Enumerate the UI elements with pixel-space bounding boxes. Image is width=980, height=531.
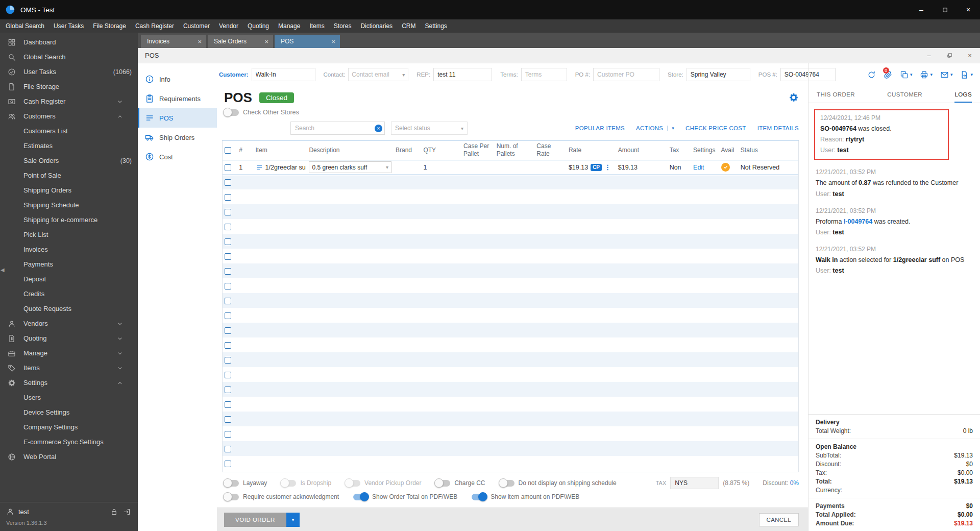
tab-close-icon[interactable]: × <box>264 38 268 45</box>
charge-cc-toggle[interactable] <box>435 480 450 487</box>
discount[interactable]: Discount: 0% <box>763 479 799 487</box>
menu-user-tasks[interactable]: User Tasks <box>49 22 88 30</box>
sidebar-item-web-portal[interactable]: Web Portal <box>0 449 138 464</box>
pos-nav-ship-orders[interactable]: Ship Orders <box>138 128 217 147</box>
column-header-tax[interactable]: Tax <box>668 140 691 160</box>
row-checkbox[interactable] <box>225 357 231 364</box>
action-paperclip[interactable]: 0 <box>884 70 892 79</box>
sidebar-item-deposit[interactable]: Deposit <box>0 272 138 286</box>
column-header-case-per-pallet[interactable]: Case Per Pallet <box>461 140 495 160</box>
sidebar-item-items[interactable]: Items <box>0 360 138 375</box>
sidebar-item-cash-register[interactable]: Cash Register <box>0 94 138 109</box>
menu-crm[interactable]: CRM <box>397 22 420 30</box>
row-checkbox[interactable] <box>225 179 231 186</box>
sidebar-item-customers[interactable]: Customers <box>0 109 138 124</box>
row-checkbox[interactable] <box>225 312 231 319</box>
row-checkbox[interactable] <box>225 164 231 171</box>
row-checkbox[interactable] <box>225 283 231 289</box>
show-item-amount-on-pdf-web-toggle[interactable] <box>472 494 486 500</box>
sidebar-item-credits[interactable]: Credits <box>0 286 138 301</box>
do-not-display-on-shipping-schedule-toggle[interactable] <box>500 480 514 487</box>
pos-nav-requirements[interactable]: Requirements <box>138 89 217 108</box>
column-header-num-of-pallets[interactable]: Num. of Pallets <box>495 140 535 160</box>
field-customer-input[interactable] <box>252 68 315 81</box>
logout-icon[interactable] <box>123 508 131 516</box>
sidebar-item-pick-list[interactable]: Pick List <box>0 227 138 242</box>
sidebar-item-sale-orders[interactable]: Sale Orders(30) <box>0 153 138 168</box>
sidebar-item-file-storage[interactable]: File Storage <box>0 79 138 94</box>
vendor-pickup-order-toggle[interactable] <box>346 480 360 487</box>
column-header-[interactable]: # <box>237 140 253 160</box>
pos-nav-pos[interactable]: POS <box>138 108 217 128</box>
item-details-button[interactable]: ITEM DETAILS <box>757 125 799 131</box>
row-checkbox[interactable] <box>225 327 231 334</box>
sidebar-item-users[interactable]: Users <box>0 390 138 405</box>
sidebar-item-device-settings[interactable]: Device Settings <box>0 405 138 420</box>
column-header-settings[interactable]: Settings <box>691 140 719 160</box>
actions-button[interactable]: ACTIONS▾ <box>636 125 674 131</box>
sidebar-item-quoting[interactable]: Quoting <box>0 331 138 346</box>
row-checkbox[interactable] <box>225 446 231 452</box>
description-select[interactable]: 0.5 green clarks suff▾ <box>309 161 391 173</box>
menu-manage[interactable]: Manage <box>274 22 305 30</box>
item-search-input[interactable] <box>290 122 385 135</box>
sidebar-item-settings[interactable]: Settings <box>0 375 138 390</box>
menu-file-storage[interactable]: File Storage <box>88 22 131 30</box>
sidebar-item-shipping-orders[interactable]: Shipping Orders <box>0 183 138 198</box>
settings-gear-icon[interactable] <box>789 92 799 103</box>
require-customer-acknowledgment-toggle[interactable] <box>224 494 239 500</box>
row-checkbox[interactable] <box>225 372 231 378</box>
action-print[interactable]: ▾ <box>920 70 933 79</box>
action-refresh[interactable] <box>867 70 876 79</box>
sidebar-item-user-tasks[interactable]: User Tasks(1066) <box>0 64 138 79</box>
tab-pos[interactable]: POS× <box>275 35 340 48</box>
row-checkbox[interactable] <box>225 342 231 349</box>
cancel-button[interactable]: CANCEL <box>759 513 799 526</box>
row-checkbox[interactable] <box>225 209 231 215</box>
tax-select[interactable]: NYS <box>670 477 719 489</box>
dropdown-caret-icon[interactable]: ▾ <box>910 72 913 77</box>
field-store-input[interactable] <box>687 68 750 81</box>
row-checkbox[interactable] <box>225 224 231 230</box>
field-rep-input[interactable] <box>433 68 492 81</box>
row-checkbox[interactable] <box>225 194 231 201</box>
log-link[interactable]: I-0049764 <box>844 218 872 225</box>
tab-sale-orders[interactable]: Sale Orders× <box>208 35 273 48</box>
column-header-rate[interactable]: Rate <box>567 140 616 160</box>
column-header-status[interactable]: Status <box>739 140 798 160</box>
menu-vendor[interactable]: Vendor <box>214 22 243 30</box>
row-checkbox[interactable] <box>225 461 231 467</box>
check-other-stores-toggle[interactable] <box>224 109 239 116</box>
action-copy[interactable]: ▾ <box>900 70 913 79</box>
row-checkbox[interactable] <box>225 387 231 393</box>
sidebar-item-manage[interactable]: Manage <box>0 346 138 360</box>
sidebar-item-quote-requests[interactable]: Quote Requests <box>0 301 138 316</box>
select-all-checkbox[interactable] <box>225 147 231 154</box>
pos-minimize-button[interactable]: – <box>919 48 939 63</box>
menu-stores[interactable]: Stores <box>329 22 356 30</box>
is-dropship-toggle[interactable] <box>281 480 296 487</box>
menu-dictionaries[interactable]: Dictionaries <box>356 22 397 30</box>
sidebar-item-vendors[interactable]: Vendors <box>0 316 138 331</box>
row-checkbox[interactable] <box>225 401 231 408</box>
tab-invoices[interactable]: Invoices× <box>141 35 206 48</box>
field-po_number-input[interactable] <box>593 68 659 81</box>
sidebar-item-company-settings[interactable]: Company Settings <box>0 420 138 435</box>
lock-icon[interactable] <box>110 508 118 516</box>
window-close-button[interactable]: × <box>957 0 980 19</box>
sidebar-item-shipping-schedule[interactable]: Shipping Schedule <box>0 198 138 212</box>
window-maximize-button[interactable] <box>933 0 957 19</box>
column-header-description[interactable]: Description <box>307 140 394 160</box>
sidebar-item-payments[interactable]: Payments <box>0 257 138 272</box>
action-mail[interactable]: ▾ <box>940 70 953 79</box>
pos-restore-button[interactable] <box>939 48 960 63</box>
menu-settings[interactable]: Settings <box>420 22 451 30</box>
panel-tab-this-order[interactable]: THIS ORDER <box>817 86 855 103</box>
column-header-brand[interactable]: Brand <box>394 140 421 160</box>
qty-cell[interactable]: 1 <box>421 160 461 175</box>
menu-customer[interactable]: Customer <box>179 22 214 30</box>
menu-items[interactable]: Items <box>305 22 329 30</box>
edit-link[interactable]: Edit <box>693 164 704 171</box>
panel-tab-logs[interactable]: LOGS <box>954 86 972 103</box>
layaway-toggle[interactable] <box>224 480 239 487</box>
